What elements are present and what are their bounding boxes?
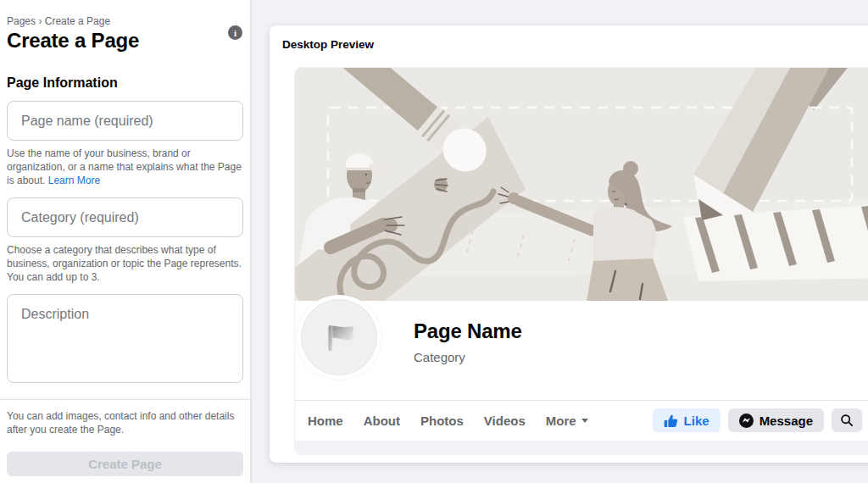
search-icon bbox=[840, 414, 854, 427]
learn-more-link[interactable]: Learn More bbox=[48, 175, 100, 186]
tab-about[interactable]: About bbox=[364, 414, 400, 428]
tabs-row: Home About Photos Videos More Like bbox=[295, 400, 868, 441]
page-title: Create a Page bbox=[7, 29, 243, 53]
footer-note: You can add images, contact info and oth… bbox=[7, 409, 243, 436]
tab-photos[interactable]: Photos bbox=[420, 414, 464, 428]
like-button[interactable]: Like bbox=[653, 408, 721, 432]
sidebar-footer: You can add images, contact info and oth… bbox=[0, 399, 250, 483]
section-title-page-information: Page Information bbox=[7, 75, 243, 91]
page-avatar bbox=[297, 295, 381, 380]
category-input[interactable] bbox=[7, 197, 243, 237]
create-page-sidebar: Pages › Create a Page Create a Page i Pa… bbox=[0, 0, 251, 483]
desktop-preview-card: Desktop Preview bbox=[270, 25, 868, 463]
cover-area bbox=[295, 68, 868, 301]
preview-category: Category bbox=[414, 350, 522, 364]
tab-more[interactable]: More bbox=[546, 414, 588, 428]
chevron-down-icon bbox=[581, 419, 588, 423]
thumbs-up-icon bbox=[664, 414, 678, 428]
preview-title: Desktop Preview bbox=[282, 38, 374, 51]
page-preview-frame: Page Name Category Home About Photos Vid… bbox=[295, 68, 868, 454]
message-button-label: Message bbox=[760, 414, 813, 428]
create-page-button[interactable]: Create Page bbox=[7, 452, 243, 476]
tab-more-label: More bbox=[546, 414, 576, 428]
messenger-icon bbox=[739, 414, 754, 428]
preview-background: Desktop Preview bbox=[251, 0, 868, 483]
page-name-input[interactable] bbox=[7, 101, 243, 141]
breadcrumb-current: Create a Page bbox=[45, 15, 110, 27]
message-button[interactable]: Message bbox=[728, 408, 824, 432]
breadcrumb-pages-link[interactable]: Pages bbox=[7, 15, 36, 27]
preview-frame-footer bbox=[295, 441, 868, 454]
breadcrumb: Pages › Create a Page bbox=[7, 15, 243, 27]
cover-illustration bbox=[295, 68, 868, 301]
info-icon[interactable]: i bbox=[228, 25, 242, 40]
search-button[interactable] bbox=[832, 408, 862, 432]
flag-icon bbox=[320, 318, 359, 357]
breadcrumb-separator: › bbox=[38, 15, 42, 27]
preview-page-name: Page Name bbox=[414, 319, 522, 343]
like-button-label: Like bbox=[684, 414, 709, 428]
category-helper-text: Choose a category that describes what ty… bbox=[7, 243, 243, 284]
tab-home[interactable]: Home bbox=[308, 414, 343, 428]
page-name-helper-body: Use the name of your business, brand or … bbox=[7, 147, 242, 186]
description-textarea[interactable] bbox=[7, 294, 243, 383]
page-name-helper-text: Use the name of your business, brand or … bbox=[7, 147, 243, 187]
tab-videos[interactable]: Videos bbox=[484, 414, 526, 428]
